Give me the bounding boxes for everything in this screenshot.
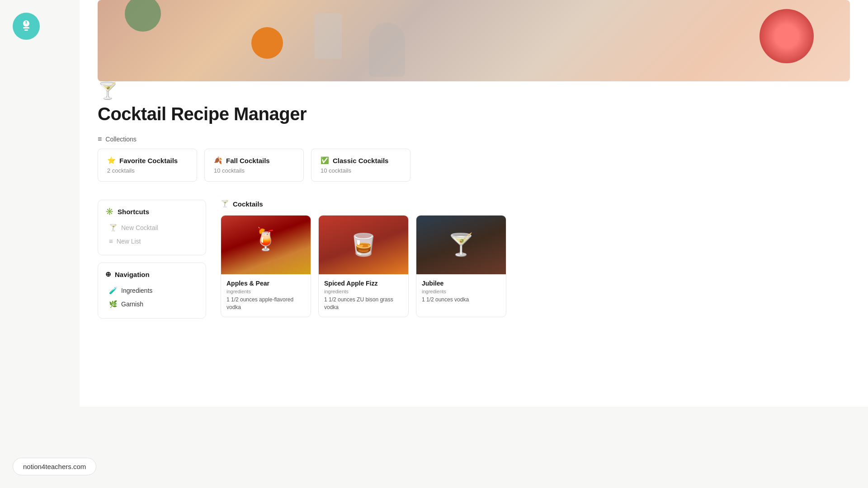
fall-count: 10 cocktails (214, 167, 294, 174)
cocktail-label-spiced-apple: ingredients (324, 289, 403, 294)
shortcuts-panel: ✳️ Shortcuts 🍸 New Cocktail ≡ New List (98, 200, 206, 255)
cocktail-name-spiced-apple: Spiced Apple Fizz (324, 280, 403, 287)
cocktail-image-spiced-apple (319, 216, 408, 274)
list-shortcut-icon: ≡ (109, 237, 113, 245)
cocktail-label-apples-pear: ingredients (226, 289, 305, 294)
nav-garnish[interactable]: 🌿 Garnish (105, 297, 198, 311)
cocktail-shortcut-icon: 🍸 (109, 224, 118, 232)
hero-image (98, 0, 850, 81)
cocktail-image-apples-pear (221, 216, 311, 274)
cocktail-name-jubilee: Jubilee (422, 280, 500, 287)
new-list-item[interactable]: ≡ New List (105, 235, 198, 248)
new-cocktail-item[interactable]: 🍸 New Cocktail (105, 221, 198, 235)
left-panel: ✳️ Shortcuts 🍸 New Cocktail ≡ New List ⊕… (98, 200, 206, 326)
navigation-panel: ⊕ Navigation 🧪 Ingredients 🌿 Garnish (98, 263, 206, 319)
hero-decoration-glass2 (369, 23, 405, 77)
page-title: Cocktail Recipe Manager (98, 104, 850, 124)
garnish-icon: 🌿 (109, 300, 118, 308)
new-list-label: New List (117, 238, 141, 245)
cocktail-img-2 (319, 216, 408, 274)
collections-icon: ≡ (98, 135, 102, 143)
navigation-icon: ⊕ (105, 270, 111, 278)
cocktail-img-1 (221, 216, 311, 274)
collections-section-label: ≡ Collections (98, 135, 850, 143)
cocktail-body-jubilee: Jubilee ingredients 1 1/2 ounces vodka (416, 274, 506, 309)
cocktails-grid: Apples & Pear ingredients 1 1/2 ounces a… (221, 215, 850, 317)
cocktail-ingredient-apples-pear: 1 1/2 ounces apple-flavored vodka (226, 296, 305, 311)
shortcuts-icon: ✳️ (105, 207, 114, 216)
cocktail-body-apples-pear: Apples & Pear ingredients 1 1/2 ounces a… (221, 274, 311, 317)
svg-text:N: N (24, 20, 28, 27)
ingredients-label: Ingredients (121, 287, 152, 294)
favorite-count: 2 cocktails (107, 167, 188, 174)
page-icon: 🍸 (98, 81, 850, 100)
classic-count: 10 cocktails (321, 167, 401, 174)
collection-card-classic[interactable]: ✅ Classic Cocktails 10 cocktails (311, 149, 410, 182)
navigation-header: ⊕ Navigation (105, 270, 198, 278)
notion-logo[interactable]: N (13, 13, 40, 40)
svg-rect-1 (23, 27, 29, 28)
two-col-layout: ✳️ Shortcuts 🍸 New Cocktail ≡ New List ⊕… (98, 200, 850, 326)
classic-icon: ✅ (321, 156, 329, 164)
collection-classic-header: ✅ Classic Cocktails (321, 156, 401, 164)
cocktail-ingredient-spiced-apple: 1 1/2 ounces ZU bison grass vodka (324, 296, 403, 311)
new-cocktail-label: New Cocktail (121, 224, 158, 231)
fall-icon: 🍂 (214, 156, 222, 164)
cocktail-card-jubilee[interactable]: Jubilee ingredients 1 1/2 ounces vodka (416, 215, 506, 317)
cocktails-section-icon: 🍸 (221, 200, 229, 208)
cocktail-ingredient-jubilee: 1 1/2 ounces vodka (422, 296, 500, 304)
navigation-label: Navigation (115, 271, 150, 278)
right-panel: 🍸 Cocktails Apples & Pear ingredients 1 … (221, 200, 850, 317)
main-content: 🍸 Cocktail Recipe Manager ≡ Collections … (80, 0, 868, 407)
cocktails-section-label: Cocktails (233, 200, 263, 208)
hero-decoration-glass1 (315, 14, 342, 59)
collection-fall-header: 🍂 Fall Cocktails (214, 156, 294, 164)
garnish-label: Garnish (121, 300, 143, 308)
fall-name: Fall Cocktails (226, 157, 270, 164)
svg-rect-2 (24, 29, 28, 31)
classic-name: Classic Cocktails (333, 157, 388, 164)
cocktail-label-jubilee: ingredients (422, 289, 500, 294)
collection-card-fall[interactable]: 🍂 Fall Cocktails 10 cocktails (204, 149, 304, 182)
cocktail-image-jubilee (416, 216, 506, 274)
nav-ingredients[interactable]: 🧪 Ingredients (105, 284, 198, 297)
watermark: notion4teachers.com (13, 458, 96, 475)
cocktail-name-apples-pear: Apples & Pear (226, 280, 305, 287)
cocktails-section-header: 🍸 Cocktails (221, 200, 850, 208)
shortcuts-header: ✳️ Shortcuts (105, 207, 198, 216)
ingredients-icon: 🧪 (109, 286, 118, 295)
collection-favorite-header: ⭐ Favorite Cocktails (107, 156, 188, 164)
cocktail-img-3 (416, 216, 506, 274)
favorite-icon: ⭐ (107, 156, 116, 164)
cocktail-body-spiced-apple: Spiced Apple Fizz ingredients 1 1/2 ounc… (319, 274, 408, 317)
shortcuts-label: Shortcuts (118, 208, 149, 216)
hero-decorations (98, 0, 850, 81)
collections-grid: ⭐ Favorite Cocktails 2 cocktails 🍂 Fall … (98, 149, 850, 182)
favorite-name: Favorite Cocktails (119, 157, 178, 164)
collection-card-favorite[interactable]: ⭐ Favorite Cocktails 2 cocktails (98, 149, 197, 182)
cocktail-card-apples-pear[interactable]: Apples & Pear ingredients 1 1/2 ounces a… (221, 215, 311, 317)
collections-label-text: Collections (105, 136, 136, 143)
hero-decoration-orange (251, 27, 283, 59)
cocktail-card-spiced-apple[interactable]: Spiced Apple Fizz ingredients 1 1/2 ounc… (318, 215, 409, 317)
